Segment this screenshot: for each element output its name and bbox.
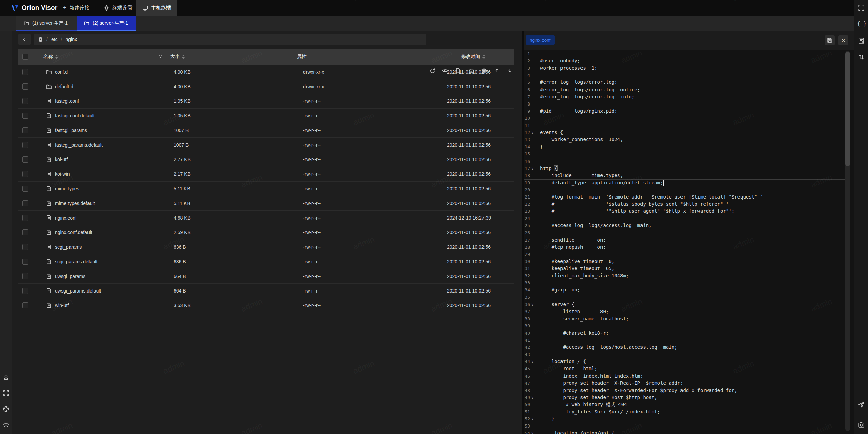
code-line[interactable]: 22 # '$status $body_bytes_sent "$http_re… bbox=[524, 201, 849, 208]
fold-toggle-icon[interactable]: ∨ bbox=[531, 430, 536, 434]
code-line[interactable]: 31 keepalive_timeout 65; bbox=[524, 265, 849, 272]
table-row[interactable]: mime.types5.11 KB-rw-r--r--2020-11-01 10… bbox=[18, 182, 514, 196]
row-checkbox[interactable] bbox=[22, 302, 28, 308]
column-header-modified[interactable]: 修改时间 bbox=[461, 49, 485, 65]
sort-carets[interactable] bbox=[482, 55, 485, 59]
save-button[interactable] bbox=[825, 35, 835, 45]
code-line[interactable]: 44∨ location / { bbox=[524, 358, 849, 365]
code-line[interactable]: 52∨ } bbox=[524, 415, 849, 422]
column-header-name[interactable]: 名称 bbox=[43, 49, 58, 65]
row-checkbox[interactable] bbox=[22, 186, 28, 192]
breadcrumb[interactable]: /etc/nginx bbox=[34, 34, 426, 45]
code-line[interactable]: 41 bbox=[524, 337, 849, 344]
palette-icon[interactable] bbox=[3, 405, 9, 412]
code-line[interactable]: 43 bbox=[524, 351, 849, 358]
code-line[interactable]: 35 bbox=[524, 294, 849, 301]
braces-icon[interactable]: { } bbox=[857, 20, 867, 27]
fullscreen-icon[interactable] bbox=[858, 4, 865, 11]
code-line[interactable]: 10 bbox=[524, 115, 849, 122]
command-icon[interactable] bbox=[3, 390, 9, 396]
code-line[interactable]: 33 bbox=[524, 279, 849, 286]
row-checkbox[interactable] bbox=[22, 171, 28, 177]
fold-toggle-icon[interactable]: ∨ bbox=[531, 165, 536, 172]
sort-carets[interactable] bbox=[55, 55, 58, 59]
scrollbar-thumb[interactable] bbox=[845, 52, 850, 166]
table-row[interactable]: koi-utf2.77 KB-rw-r--r--2020-11-01 10:02… bbox=[18, 152, 514, 167]
doc-bookmark-icon[interactable] bbox=[858, 37, 865, 44]
code-line[interactable]: 39 bbox=[524, 322, 849, 329]
row-checkbox[interactable] bbox=[22, 273, 28, 279]
code-line[interactable]: 24 bbox=[524, 215, 849, 222]
code-line[interactable]: 19 default_type application/octet-stream… bbox=[524, 179, 849, 186]
code-line[interactable]: 13 worker_connections 1024; bbox=[524, 136, 849, 143]
code-line[interactable]: 37 listen 80; bbox=[524, 308, 849, 315]
code-line[interactable]: 26 bbox=[524, 229, 849, 237]
code-line[interactable]: 23 # '"$http_user_agent" "$http_x_forwar… bbox=[524, 208, 849, 215]
row-checkbox[interactable] bbox=[22, 98, 28, 104]
editor-close-button[interactable]: × bbox=[838, 35, 848, 45]
code-line[interactable]: 6#error_log logs/error.log notice; bbox=[524, 86, 849, 93]
editor-scrollbar[interactable] bbox=[845, 51, 850, 431]
code-line[interactable]: 15 bbox=[524, 150, 849, 157]
nav-host-terminal[interactable]: 主机终端 bbox=[136, 0, 177, 16]
row-checkbox[interactable] bbox=[22, 229, 28, 235]
breadcrumb-segment[interactable]: etc bbox=[51, 37, 58, 42]
code-line[interactable]: 36∨ server { bbox=[524, 301, 849, 308]
code-line[interactable]: 47 proxy_set_header X-Real-IP $remote_ad… bbox=[524, 380, 849, 387]
code-line[interactable]: 46 index index.html index.htm; bbox=[524, 373, 849, 380]
row-checkbox[interactable] bbox=[22, 288, 28, 294]
code-line[interactable]: 51 try_files $uri $uri/ /index.html; bbox=[524, 408, 849, 415]
code-line[interactable]: 9#pid logs/nginx.pid; bbox=[524, 108, 849, 115]
row-checkbox[interactable] bbox=[22, 113, 28, 119]
table-row[interactable]: nginx.conf.default2.59 KB-rw-r--r--2020-… bbox=[18, 225, 514, 240]
code-line[interactable]: 53 bbox=[524, 422, 849, 430]
table-row[interactable]: uwsgi_params664 B-rw-r--r--2020-11-01 10… bbox=[18, 269, 514, 284]
code-line[interactable]: 11 bbox=[524, 122, 849, 129]
table-row[interactable]: fastcgi.conf1.05 KB-rw-r--r--2020-11-01 … bbox=[18, 94, 514, 109]
code-line[interactable]: 1 bbox=[524, 50, 849, 57]
code-line[interactable]: 8 bbox=[524, 100, 849, 108]
table-row[interactable]: scgi_params.default636 B-rw-r--r--2020-1… bbox=[18, 254, 514, 269]
fold-toggle-icon[interactable]: ∨ bbox=[531, 358, 536, 365]
row-checkbox[interactable] bbox=[22, 156, 28, 163]
nav-new-connection[interactable]: + 新建连接 bbox=[57, 0, 96, 16]
code-editor[interactable]: 12#user nobody;3worker_processes 1;45#er… bbox=[524, 50, 854, 434]
code-line[interactable]: 5#error_log logs/error.log; bbox=[524, 79, 849, 86]
send-icon[interactable] bbox=[858, 401, 865, 408]
table-row[interactable]: koi-win2.17 KB-rw-r--r--2020-11-01 10:02… bbox=[18, 167, 514, 182]
code-line[interactable]: 4 bbox=[524, 72, 849, 79]
code-line[interactable]: 17∨http { bbox=[524, 165, 849, 172]
code-line[interactable]: 25 #access_log logs/access.log main; bbox=[524, 222, 849, 229]
code-line[interactable]: 30 #keepalive_timeout 0; bbox=[524, 258, 849, 265]
editor-file-tab[interactable]: nginx.conf bbox=[526, 35, 555, 45]
row-checkbox[interactable] bbox=[22, 259, 28, 265]
code-line[interactable]: 28 #tcp_nopush on; bbox=[524, 244, 849, 251]
table-row[interactable]: conf.d4.00 KBdrwxr-xr-x2020-11-01 10:02:… bbox=[18, 65, 514, 79]
fold-toggle-icon[interactable]: ∨ bbox=[531, 301, 536, 308]
nav-terminal-settings[interactable]: 终端设置 bbox=[98, 0, 139, 16]
code-line[interactable]: 49∨ proxy_set_header Host $http_host; bbox=[524, 394, 849, 401]
camera-icon[interactable] bbox=[858, 421, 865, 428]
fold-toggle-icon[interactable]: ∨ bbox=[531, 415, 536, 422]
code-line[interactable]: 27 sendfile on; bbox=[524, 237, 849, 244]
table-row[interactable]: fastcgi_params.default1007 B-rw-r--r--20… bbox=[18, 138, 514, 152]
code-line[interactable]: 40 #charset koi8-r; bbox=[524, 329, 849, 337]
row-checkbox[interactable] bbox=[22, 69, 28, 75]
code-line[interactable]: 54∨ location /orion/api { bbox=[524, 430, 849, 434]
code-line[interactable]: 50 # web history 模式 404 bbox=[524, 401, 849, 408]
code-line[interactable]: 20 bbox=[524, 186, 849, 193]
row-checkbox[interactable] bbox=[22, 244, 28, 250]
code-line[interactable]: 48 proxy_set_header X-Forwarded-For $pro… bbox=[524, 387, 849, 394]
code-line[interactable]: 45 root html; bbox=[524, 365, 849, 372]
code-line[interactable]: 38 server_name localhost; bbox=[524, 315, 849, 322]
table-row[interactable]: fastcgi.conf.default1.05 KB-rw-r--r--202… bbox=[18, 109, 514, 123]
back-button[interactable] bbox=[18, 34, 31, 45]
sort-carets[interactable] bbox=[182, 55, 185, 59]
code-line[interactable]: 12∨events { bbox=[524, 129, 849, 136]
row-checkbox[interactable] bbox=[22, 83, 28, 90]
row-checkbox[interactable] bbox=[22, 127, 28, 133]
settings-icon[interactable] bbox=[3, 421, 9, 428]
breadcrumb-segment[interactable]: nginx bbox=[65, 37, 77, 42]
table-row[interactable]: nginx.conf4.68 KB-rw-r--r--2024-12-10 16… bbox=[18, 211, 514, 225]
tab-session-2-active[interactable]: (2) server-生产-1 bbox=[77, 16, 136, 31]
